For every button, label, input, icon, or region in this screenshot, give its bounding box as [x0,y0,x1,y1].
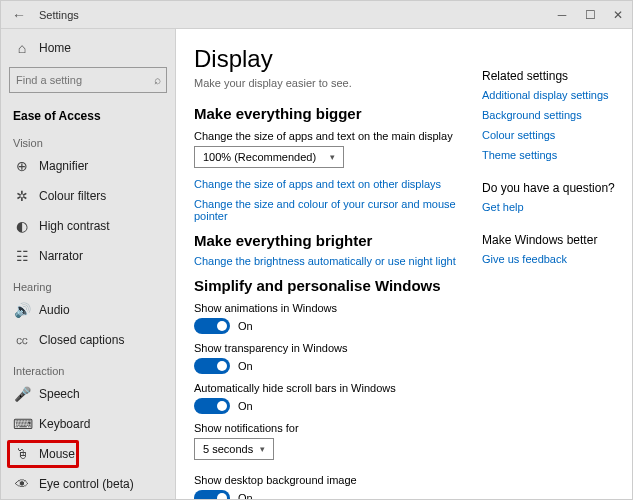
window-body: ⌂ Home ⌕ Ease of Access Vision ⊕Magnifie… [1,29,632,499]
opt-transparency-row: On [194,358,464,374]
opt-transparency-label: Show transparency in Windows [194,342,464,354]
feedback-title: Make Windows better [482,233,620,247]
chevron-down-icon: ▾ [260,444,265,454]
chevron-down-icon: ▾ [330,152,335,162]
bg-row: On [194,490,464,499]
nav-mouse[interactable]: 🖰Mouse [1,439,175,469]
nav-label: Home [39,41,71,55]
link-background-settings[interactable]: Background settings [482,109,620,121]
back-button[interactable]: ← [1,7,37,23]
notif-label: Show notifications for [194,422,464,434]
nav-narrator[interactable]: ☷Narrator [1,241,175,271]
nav-label: Eye control (beta) [39,477,134,491]
nav-speech[interactable]: 🎤Speech [1,379,175,409]
settings-window: ← Settings ─ ☐ ✕ ⌂ Home ⌕ Ease of Access… [0,0,633,500]
toggle-transparency[interactable] [194,358,230,374]
section-bigger-title: Make everything bigger [194,105,464,122]
content: Display Make your display easier to see.… [176,29,482,499]
page-title: Display [194,45,464,73]
link-other-displays[interactable]: Change the size of apps and text on othe… [194,178,464,190]
main-area: Display Make your display easier to see.… [176,29,632,499]
link-cursor-size[interactable]: Change the size and colour of your curso… [194,198,464,222]
nav-label: Narrator [39,249,83,263]
keyboard-icon: ⌨ [13,416,31,432]
feedback-section: Make Windows better Give us feedback [482,233,620,265]
toggle-animations[interactable] [194,318,230,334]
nav-colour-filters[interactable]: ✲Colour filters [1,181,175,211]
toggle-state: On [238,360,253,372]
magnifier-icon: ⊕ [13,158,31,174]
nav-eye-control[interactable]: 👁Eye control (beta) [1,469,175,499]
right-column: Related settings Additional display sett… [482,29,632,499]
link-feedback[interactable]: Give us feedback [482,253,620,265]
filter-icon: ✲ [13,188,31,204]
related-section: Related settings Additional display sett… [482,69,620,161]
group-hearing: Hearing [1,271,175,295]
section-brighter-title: Make everything brighter [194,232,464,249]
notif-select[interactable]: 5 seconds ▾ [194,438,274,460]
link-brightness[interactable]: Change the brightness automatically or u… [194,255,464,267]
nav-label: Mouse [39,447,75,461]
link-additional-display[interactable]: Additional display settings [482,89,620,101]
nav-label: Speech [39,387,80,401]
eye-icon: 👁 [13,476,31,492]
narrator-icon: ☷ [13,248,31,264]
scale-label: Change the size of apps and text on the … [194,130,464,142]
notif-value: 5 seconds [203,443,253,455]
titlebar: ← Settings ─ ☐ ✕ [1,1,632,29]
link-get-help[interactable]: Get help [482,201,620,213]
scale-select[interactable]: 100% (Recommended) ▾ [194,146,344,168]
category-title: Ease of Access [1,101,175,127]
scale-value: 100% (Recommended) [203,151,316,163]
nav-label: Audio [39,303,70,317]
maximize-button[interactable]: ☐ [576,1,604,29]
related-title: Related settings [482,69,620,83]
toggle-state: On [238,492,253,499]
search-input[interactable] [16,74,154,86]
cc-icon: ㏄ [13,331,31,349]
opt-animations-label: Show animations in Windows [194,302,464,314]
nav-label: Keyboard [39,417,90,431]
toggle-state: On [238,320,253,332]
close-button[interactable]: ✕ [604,1,632,29]
sidebar: ⌂ Home ⌕ Ease of Access Vision ⊕Magnifie… [1,29,176,499]
group-interaction: Interaction [1,355,175,379]
question-section: Do you have a question? Get help [482,181,620,213]
search-box[interactable]: ⌕ [9,67,167,93]
section-simplify-title: Simplify and personalise Windows [194,277,464,294]
toggle-bg[interactable] [194,490,230,499]
bg-label: Show desktop background image [194,474,464,486]
question-title: Do you have a question? [482,181,620,195]
nav-magnifier[interactable]: ⊕Magnifier [1,151,175,181]
nav-high-contrast[interactable]: ◐High contrast [1,211,175,241]
link-colour-settings[interactable]: Colour settings [482,129,620,141]
link-theme-settings[interactable]: Theme settings [482,149,620,161]
page-subtitle: Make your display easier to see. [194,77,464,89]
nav-home[interactable]: ⌂ Home [1,33,175,63]
window-controls: ─ ☐ ✕ [548,1,632,29]
mouse-icon: 🖰 [13,446,31,462]
nav-closed-captions[interactable]: ㏄Closed captions [1,325,175,355]
opt-scrollbars-row: On [194,398,464,414]
audio-icon: 🔊 [13,302,31,318]
toggle-state: On [238,400,253,412]
nav-keyboard[interactable]: ⌨Keyboard [1,409,175,439]
nav-label: Magnifier [39,159,88,173]
nav-label: Colour filters [39,189,106,203]
nav-label: Closed captions [39,333,124,347]
nav-audio[interactable]: 🔊Audio [1,295,175,325]
speech-icon: 🎤 [13,386,31,402]
opt-scrollbars-label: Automatically hide scroll bars in Window… [194,382,464,394]
window-title: Settings [37,9,548,21]
contrast-icon: ◐ [13,218,31,234]
search-icon: ⌕ [154,73,161,87]
opt-animations-row: On [194,318,464,334]
group-vision: Vision [1,127,175,151]
minimize-button[interactable]: ─ [548,1,576,29]
home-icon: ⌂ [13,40,31,56]
nav-label: High contrast [39,219,110,233]
toggle-scrollbars[interactable] [194,398,230,414]
